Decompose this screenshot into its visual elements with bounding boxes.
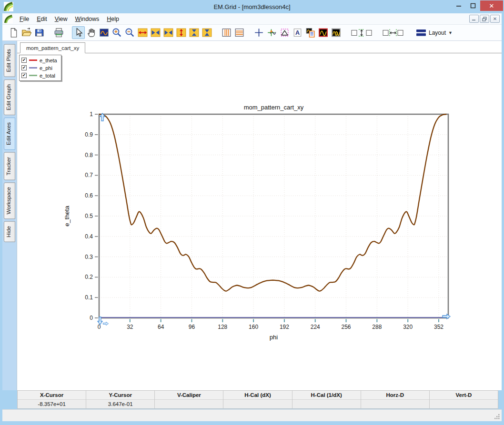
select-pointer-icon <box>73 27 84 38</box>
horizontal-spacing-button[interactable] <box>381 26 405 39</box>
stretch-vertical-button[interactable] <box>188 26 201 39</box>
menu-edit[interactable]: Edit <box>33 14 51 24</box>
single-trace-icon <box>318 27 329 38</box>
multi-trace-button[interactable] <box>330 26 343 39</box>
svg-text:A: A <box>295 30 300 36</box>
svg-text:0.6: 0.6 <box>85 192 93 199</box>
layout-label: Layout <box>429 30 446 36</box>
legend-label: e_total <box>40 73 55 79</box>
status-value <box>292 400 361 408</box>
zoom-out-button[interactable] <box>123 26 136 39</box>
side-tab-edit-plots[interactable]: Edit Plots <box>4 44 15 77</box>
status-col-horz-d: Horz-D <box>361 391 430 408</box>
expand-horizontal-button[interactable] <box>136 26 149 39</box>
pan-hand-button[interactable] <box>85 26 98 39</box>
origin-pan-right-handle-icon[interactable] <box>103 322 108 326</box>
side-tab-edit-graph[interactable]: Edit Graph <box>4 79 15 115</box>
legend-checkbox-e_total[interactable]: ✔ <box>21 73 27 78</box>
menu-help[interactable]: Help <box>103 14 123 24</box>
multi-trace-icon <box>331 27 342 38</box>
legend-checkbox-e_phi[interactable]: ✔ <box>21 65 27 70</box>
maximize-button[interactable] <box>466 0 480 11</box>
horizontal-stripes-icon <box>234 27 245 38</box>
y-axis-label: e_theta <box>63 206 71 227</box>
status-value <box>430 400 498 408</box>
horizontal-stripes-button[interactable] <box>233 26 246 39</box>
layout-button[interactable]: Layout▼ <box>413 26 455 40</box>
save-button[interactable] <box>33 26 46 39</box>
menu-view[interactable]: View <box>51 14 71 24</box>
menu-file[interactable]: File <box>16 14 33 24</box>
toolbar: ALayout▼ <box>2 25 502 41</box>
zoom-region-button[interactable] <box>98 26 111 39</box>
new-document-icon <box>8 27 19 38</box>
x-axis-label: phi <box>270 334 278 341</box>
status-header: Horz-D <box>361 391 429 400</box>
status-value: -8.357e+01 <box>18 400 86 408</box>
svg-text:0.5: 0.5 <box>85 213 93 219</box>
menu-logo-icon <box>4 15 13 23</box>
document-area: mom_pattern_cart_xy ✔e_theta✔e_phi✔e_tot… <box>17 41 502 390</box>
shear-tool-button[interactable] <box>278 26 291 39</box>
vertical-stripes-button[interactable] <box>220 26 233 39</box>
status-header: V-Caliper <box>155 391 223 400</box>
svg-text:320: 320 <box>403 324 413 330</box>
select-pointer-button[interactable] <box>72 26 85 39</box>
legend-color-swatch <box>29 75 37 76</box>
side-tab-edit-axes[interactable]: Edit Axes <box>4 118 15 150</box>
resize-grip-icon[interactable] <box>494 414 500 420</box>
svg-text:128: 128 <box>218 324 227 330</box>
mdi-minimize-button[interactable] <box>469 15 479 23</box>
expand-vertical-button[interactable] <box>175 26 188 39</box>
svg-text:192: 192 <box>280 324 289 330</box>
zoom-region-icon <box>99 27 110 38</box>
legend-checkbox-e_theta[interactable]: ✔ <box>21 58 27 63</box>
plot-canvas[interactable]: 032649612816019222425628832035200.10.20.… <box>17 54 502 390</box>
single-trace-button[interactable] <box>317 26 330 39</box>
minimize-button[interactable] <box>452 0 466 11</box>
open-file-button[interactable] <box>20 26 33 39</box>
status-col-h-cal-dx-: H-Cal (dX) <box>223 391 292 408</box>
mdi-close-button[interactable]: ✕ <box>490 15 500 23</box>
menu-windows[interactable]: Windows <box>71 14 103 24</box>
layout-swatch-icon <box>416 28 426 38</box>
compress-horizontal-button[interactable] <box>162 26 175 39</box>
legend-label: e_theta <box>40 58 57 63</box>
tracker-button[interactable] <box>265 26 278 39</box>
zoom-in-icon <box>111 27 122 38</box>
status-strip <box>2 409 502 421</box>
svg-text:0.9: 0.9 <box>85 131 93 138</box>
horizontal-spacing-icon <box>382 27 404 38</box>
status-value: 3.647e-01 <box>86 400 154 408</box>
side-tab-workspace[interactable]: Workspace <box>4 182 15 219</box>
vertical-spacing-button[interactable] <box>349 26 374 39</box>
window-title: EM.Grid - [mom3dlesson4c] <box>0 3 504 10</box>
text-annotation-button[interactable]: A <box>291 26 304 39</box>
plot-report-icon <box>305 27 316 38</box>
status-col-v-caliper: V-Caliper <box>155 391 223 408</box>
crosshair-button[interactable] <box>252 26 265 39</box>
crosshair-icon <box>253 27 264 38</box>
svg-text:256: 256 <box>342 324 351 330</box>
zoom-in-button[interactable] <box>111 26 123 39</box>
close-button[interactable]: ✕ <box>480 0 503 11</box>
legend-entry-e_total: ✔e_total <box>21 72 57 79</box>
open-file-icon <box>21 27 32 38</box>
print-button[interactable] <box>52 26 65 39</box>
compress-vertical-button[interactable] <box>201 26 213 39</box>
side-tab-hide[interactable]: Hide <box>4 221 15 242</box>
title-bar: EM.Grid - [mom3dlesson4c] ✕ <box>0 0 504 13</box>
stretch-horizontal-button[interactable] <box>149 26 162 39</box>
svg-text:32: 32 <box>127 324 133 330</box>
shear-tool-icon <box>279 27 290 38</box>
cursor-status-table: X-Cursor-8.357e+01Y-Cursor3.647e-01V-Cal… <box>17 390 498 409</box>
vertical-stripes-icon <box>221 27 232 38</box>
svg-text:1: 1 <box>90 111 93 118</box>
plot-report-button[interactable] <box>304 26 317 39</box>
new-document-button[interactable] <box>7 26 20 39</box>
workspace-area: Edit PlotsEdit GraphEdit AxesTrackerWork… <box>2 41 502 390</box>
mdi-restore-button[interactable] <box>480 15 489 23</box>
side-tab-tracker[interactable]: Tracker <box>4 152 15 180</box>
document-tab[interactable]: mom_pattern_cart_xy <box>20 42 85 53</box>
legend-panel: ✔e_theta✔e_phi✔e_total <box>19 55 61 81</box>
